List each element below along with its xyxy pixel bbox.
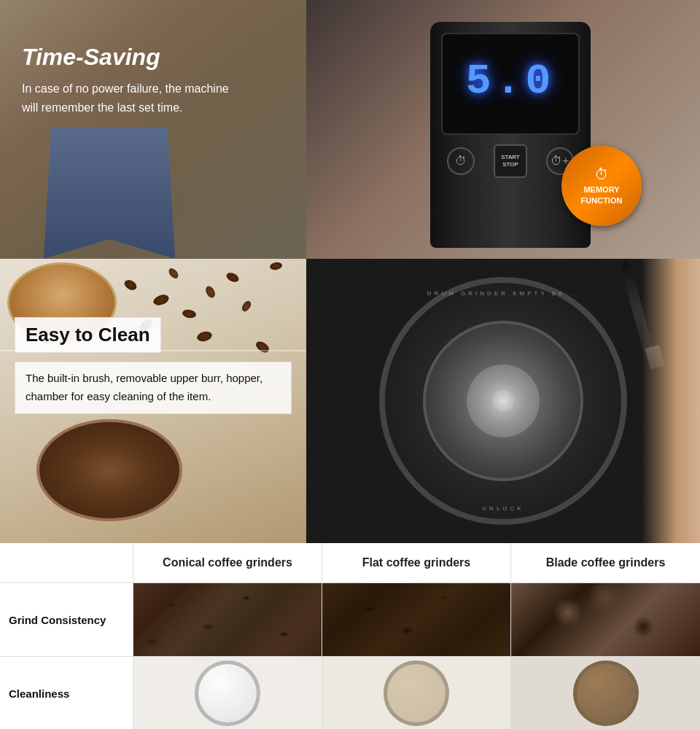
- stop-label: STOP: [502, 161, 518, 168]
- clean-text-area: Easy to Clean The built-in brush, remova…: [15, 317, 292, 414]
- coffee-bean-6: [203, 284, 217, 299]
- control-minus-btn[interactable]: ⏱: [447, 147, 475, 175]
- hero-desc-line2: will remember the last set time.: [22, 101, 183, 114]
- clean-description: The built-in brush, removable upper burr…: [15, 362, 292, 414]
- grinder-center-bolt: [492, 390, 514, 412]
- start-stop-button[interactable]: START STOP: [494, 144, 527, 178]
- jar-blade: [573, 660, 639, 726]
- coffee-bean-9: [240, 300, 252, 313]
- grind-consistency-row: Grind Consistency: [0, 583, 700, 657]
- hero-photo-bg: [0, 0, 306, 259]
- coffee-bean-2: [152, 293, 170, 308]
- cleanliness-row: Cleanliness: [0, 657, 700, 729]
- machine-display: 5.0: [441, 33, 580, 135]
- hero-text-area: Time-Saving In case of no power failure,…: [22, 44, 229, 117]
- hero-section: Time-Saving In case of no power failure,…: [0, 0, 700, 259]
- ground-dark-texture: [133, 583, 322, 656]
- grinder-inner-burr: [423, 321, 583, 481]
- coffee-bean-8: [225, 271, 241, 284]
- glass-clean-bg: [133, 657, 322, 729]
- clean-conical-image: [133, 657, 322, 729]
- glass-flat-bg: [322, 657, 510, 729]
- grind-blade-image: [511, 583, 700, 656]
- start-label: START: [501, 154, 519, 161]
- hero-title: Time-Saving: [22, 44, 229, 71]
- grinder-text-top: DRUM GRINDER EMPTY BE...: [427, 290, 579, 297]
- coffee-bean-3: [167, 267, 180, 281]
- glass-blade-bg: [511, 657, 700, 729]
- jar-conical: [195, 660, 260, 726]
- coffee-bean-1: [122, 278, 139, 292]
- memory-label: MEMORY FUNCTION: [581, 184, 623, 206]
- grind-conical-image: [133, 583, 322, 656]
- control-minus-icon: ⏱: [455, 155, 467, 168]
- ground-blade-texture: [511, 583, 700, 656]
- memory-badge: ⏱ MEMORY FUNCTION: [561, 146, 642, 226]
- clean-blade-image: [511, 657, 700, 729]
- comp-header-flat: Flat coffee grinders: [322, 543, 511, 582]
- coffee-bean-11: [269, 262, 282, 271]
- ground-bowl-container: [36, 419, 182, 521]
- comparison-section: Conical coffee grinders Flat coffee grin…: [0, 543, 700, 729]
- machine-body: 5.0 ⏱ START STOP ⏱+: [430, 22, 591, 248]
- clean-right-panel: DRUM GRINDER EMPTY BE... UNLOCK: [306, 259, 700, 543]
- grinder-text-bottom: UNLOCK: [482, 505, 524, 512]
- ground-bowl: [36, 419, 182, 521]
- comp-header-empty: [0, 543, 133, 582]
- display-number: 5.0: [466, 58, 555, 105]
- machine-area: 5.0 ⏱ START STOP ⏱+ ⏱ MEMORY FUN: [365, 15, 656, 248]
- clean-section: DRUM GRINDER EMPTY BE... UNLOCK Easy to …: [0, 259, 700, 543]
- hand-hint: [642, 259, 700, 543]
- comparison-header: Conical coffee grinders Flat coffee grin…: [0, 543, 700, 583]
- grinder-center-hub: [467, 364, 540, 437]
- hero-description: In case of no power failure, the machine…: [22, 79, 229, 117]
- jar-flat: [384, 660, 449, 726]
- grind-flat-image: [322, 583, 511, 656]
- clean-title: Easy to Clean: [15, 317, 161, 353]
- grind-consistency-label: Grind Consistency: [0, 583, 133, 656]
- grinder-outer-ring: DRUM GRINDER EMPTY BE... UNLOCK: [379, 277, 627, 525]
- hero-desc-line1: In case of no power failure, the machine: [22, 82, 229, 95]
- clean-flat-image: [322, 657, 511, 729]
- memory-clock-icon: ⏱: [594, 166, 609, 183]
- jeans-element: [36, 128, 182, 259]
- cleanliness-label: Cleanliness: [0, 657, 133, 729]
- comp-header-conical: Conical coffee grinders: [133, 543, 322, 582]
- ground-flat-texture: [322, 583, 510, 656]
- comp-header-blade: Blade coffee grinders: [511, 543, 700, 582]
